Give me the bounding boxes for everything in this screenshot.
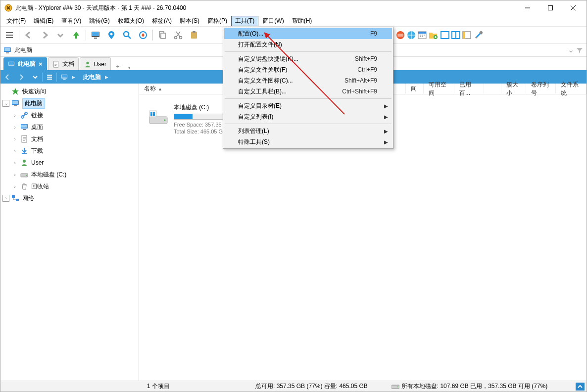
- menu-item-9[interactable]: 窗口(W): [258, 16, 288, 26]
- expander-icon[interactable]: ›: [11, 183, 18, 190]
- tab-2[interactable]: User: [80, 57, 111, 70]
- copy-icon[interactable]: [154, 27, 170, 43]
- tab-0[interactable]: 此电脑×: [3, 57, 47, 70]
- tab-icon: [8, 61, 15, 68]
- expander-icon[interactable]: ›: [11, 112, 18, 119]
- bc-item-this-pc[interactable]: 此电脑 ▶: [79, 71, 112, 84]
- tab-close-icon[interactable]: ×: [39, 60, 43, 68]
- bc-root[interactable]: ▶: [57, 71, 79, 84]
- svg-point-20: [86, 61, 89, 64]
- menu-item-8[interactable]: 工具(T): [231, 16, 258, 26]
- tree-quick-access[interactable]: 快速访问: [0, 86, 139, 97]
- new-tab-button[interactable]: +: [112, 63, 124, 70]
- expander-icon[interactable]: ⌵: [2, 100, 9, 107]
- scroll-top-button[interactable]: [576, 383, 585, 391]
- back-button[interactable]: [21, 27, 37, 43]
- menu-item[interactable]: 特殊工具(S)▶: [224, 136, 392, 147]
- pc-icon: [11, 99, 19, 107]
- svg-rect-4: [94, 38, 97, 39]
- menu-item[interactable]: 打开配置文件(N): [224, 39, 392, 50]
- monitor-icon[interactable]: [88, 27, 103, 43]
- col-fs[interactable]: 文件系统: [556, 84, 587, 94]
- tree-this-pc[interactable]: ⌵ 此电脑: [0, 97, 139, 109]
- submenu-arrow-icon: ▶: [384, 103, 388, 109]
- menu-item-7[interactable]: 窗格(P): [203, 16, 231, 26]
- expander-icon[interactable]: ›: [11, 135, 18, 142]
- tree-item-download[interactable]: ›下载: [0, 145, 139, 157]
- svg-rect-37: [16, 199, 19, 201]
- menu-item-1[interactable]: 编辑(E): [30, 16, 57, 26]
- settings-icon[interactable]: [474, 30, 484, 42]
- expander-icon[interactable]: ›: [11, 159, 18, 166]
- col-free[interactable]: 可用空间: [424, 84, 454, 94]
- bc-forward-icon[interactable]: [14, 71, 28, 84]
- location-icon[interactable]: [103, 27, 119, 43]
- menu-item[interactable]: 自定义列表(I)▶: [224, 111, 392, 122]
- menu-item[interactable]: 自定义目录树(E)▶: [224, 100, 392, 111]
- bc-label: 此电脑: [83, 73, 101, 82]
- up-button[interactable]: [68, 27, 84, 43]
- menu-item[interactable]: 自定义键盘快捷键(K)...Shift+F9: [224, 53, 392, 64]
- hamburger-icon[interactable]: [1, 27, 17, 43]
- col-serial[interactable]: 卷序列号: [526, 84, 556, 94]
- menu-item-0[interactable]: 文件(F): [2, 16, 30, 26]
- tree-item-user[interactable]: ›User: [0, 157, 139, 169]
- pane-single-icon[interactable]: [440, 30, 450, 42]
- col-used[interactable]: 已用百...: [454, 84, 484, 94]
- menu-item[interactable]: 自定义文件关联(F)Ctrl+F9: [224, 64, 392, 75]
- submenu-arrow-icon: ▶: [384, 139, 388, 145]
- bc-menu-icon[interactable]: [43, 71, 56, 84]
- menu-item-3[interactable]: 跳转(G): [85, 16, 113, 26]
- menu-item[interactable]: 自定义工具栏(B)...Ctrl+Shift+F9: [224, 86, 392, 97]
- tree-item-link[interactable]: ›链接: [0, 109, 139, 121]
- menu-item[interactable]: 自定义文件图标(C)...Shift+Alt+F9: [224, 75, 392, 86]
- svg-point-35: [26, 175, 27, 176]
- address-dropdown-icon[interactable]: ⌵: [569, 47, 573, 54]
- search-icon[interactable]: [119, 27, 135, 43]
- col-name[interactable]: 名称 ▲: [139, 84, 233, 94]
- minimize-button[interactable]: [516, 0, 539, 15]
- tree-network[interactable]: › 网络: [0, 192, 139, 204]
- menu-item-5[interactable]: 标签(A): [148, 16, 176, 26]
- target-icon[interactable]: [135, 27, 151, 43]
- tree-item-drive[interactable]: ›本地磁盘 (C:): [0, 169, 139, 180]
- svg-point-5: [110, 33, 113, 36]
- tree-item-recycle[interactable]: ›回收站: [0, 180, 139, 192]
- menu-item-4[interactable]: 收藏夹(O): [114, 16, 148, 26]
- tree-item-doc[interactable]: ›文档: [0, 133, 139, 145]
- forward-button[interactable]: [37, 27, 52, 43]
- pc-icon: [3, 46, 11, 54]
- tree-item-desktop[interactable]: ›桌面: [0, 121, 139, 133]
- menu-item-2[interactable]: 查看(V): [57, 16, 85, 26]
- menu-item[interactable]: 配置(O)...F9: [224, 28, 392, 39]
- pane-dual-icon[interactable]: [451, 30, 461, 42]
- svg-rect-31: [23, 129, 26, 130]
- filter-icon[interactable]: [576, 46, 584, 54]
- expander-icon[interactable]: ›: [11, 124, 18, 131]
- close-button[interactable]: [562, 0, 585, 15]
- maximize-button[interactable]: [539, 0, 562, 15]
- col-cluster[interactable]: 簇大小: [501, 84, 526, 94]
- sidebar-icon[interactable]: [462, 30, 472, 42]
- cut-icon[interactable]: [170, 27, 186, 43]
- menu-item[interactable]: 列表管理(L)▶: [224, 126, 392, 136]
- expander-icon[interactable]: ›: [11, 147, 18, 154]
- expander-icon[interactable]: ›: [11, 171, 18, 178]
- bc-dropdown-icon[interactable]: [28, 71, 42, 84]
- stripes-icon[interactable]: [395, 30, 405, 42]
- paste-icon[interactable]: [186, 27, 202, 43]
- recent-dropdown[interactable]: [52, 27, 68, 43]
- menu-item-10[interactable]: 帮助(H): [288, 16, 316, 26]
- menu-item-6[interactable]: 脚本(S): [176, 16, 203, 26]
- svg-rect-36: [12, 195, 15, 198]
- new-folder-icon[interactable]: [428, 30, 438, 42]
- svg-point-54: [480, 31, 483, 34]
- tab-dropdown-icon[interactable]: ▾: [124, 65, 136, 70]
- target2-icon[interactable]: [406, 30, 416, 42]
- expander-icon[interactable]: ›: [2, 195, 9, 202]
- bc-back-icon[interactable]: [0, 71, 14, 84]
- submenu-arrow-icon: ▶: [384, 129, 388, 134]
- col-interval[interactable]: 间: [406, 84, 424, 94]
- tab-1[interactable]: 文档: [48, 57, 79, 70]
- calendar-icon[interactable]: [417, 30, 427, 42]
